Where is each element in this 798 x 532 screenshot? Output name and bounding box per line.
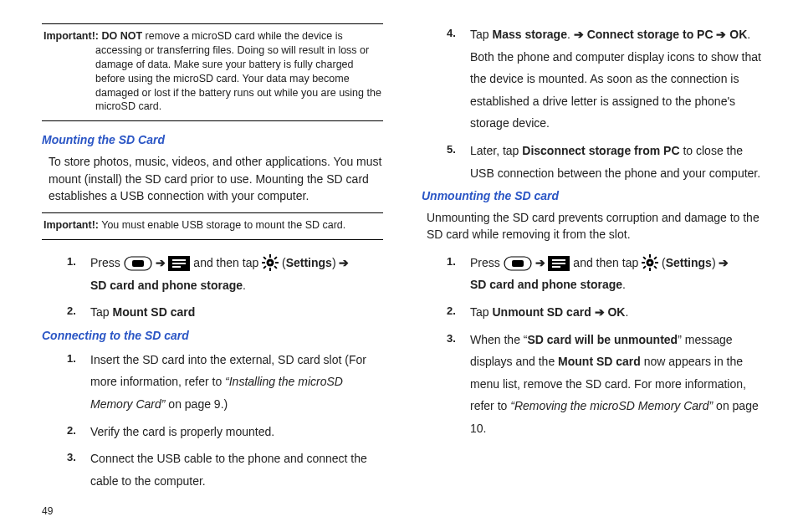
- step-text: .: [243, 279, 246, 292]
- step-item: Verify the card is properly mounted.: [67, 421, 383, 443]
- settings-icon: [642, 254, 658, 271]
- arrow-icon: ➔: [535, 256, 549, 269]
- step-text: When the “: [470, 333, 527, 346]
- step-bold: Disconnect storage from PC: [522, 144, 679, 157]
- step-text: (Settings): [282, 256, 339, 269]
- svg-rect-30: [642, 265, 646, 269]
- svg-rect-29: [653, 256, 657, 259]
- step-text: .: [567, 28, 574, 41]
- svg-rect-7: [269, 254, 271, 258]
- left-column: Important!: DO NOT remove a microSD card…: [42, 23, 383, 500]
- svg-rect-26: [655, 262, 658, 263]
- arrow-icon: ➔: [156, 256, 169, 269]
- svg-rect-19: [552, 259, 565, 261]
- svg-rect-5: [172, 266, 181, 268]
- step-text: Later, tap: [470, 144, 522, 157]
- step-bold: SD card will be unmounted: [527, 333, 678, 346]
- step-bold: OK: [729, 28, 747, 41]
- arrow-icon: ➔: [591, 305, 608, 319]
- steps-connecting: Insert the SD card into the external, SD…: [42, 349, 383, 493]
- menu-button-icon: [548, 256, 570, 271]
- right-column: Tap Mass storage. ➔ Connect storage to P…: [422, 23, 763, 500]
- svg-rect-8: [269, 268, 271, 271]
- step-text: (Settings): [662, 256, 719, 269]
- step-item: Later, tap Disconnect storage from PC to…: [447, 140, 763, 184]
- settings-label: Settings: [666, 256, 712, 269]
- page-number: 49: [42, 505, 763, 517]
- important-note-2: Important!: You must enable USB storage …: [42, 212, 383, 240]
- svg-rect-23: [649, 254, 651, 258]
- heading-unmounting: Unmounting the SD card: [422, 189, 763, 202]
- step-text: on page 9.): [165, 397, 228, 411]
- settings-label: Settings: [286, 256, 332, 269]
- svg-rect-1: [132, 260, 144, 267]
- svg-rect-25: [642, 262, 645, 263]
- note-text: remove a microSD card while the device i…: [95, 30, 381, 112]
- svg-point-15: [269, 261, 272, 263]
- svg-point-31: [649, 261, 652, 263]
- step-bold: SD card and phone storage: [90, 279, 243, 292]
- svg-rect-24: [649, 268, 651, 271]
- step-text: . Both the phone and computer display ic…: [470, 28, 761, 130]
- step-item: Tap Unmount SD card ➔ OK.: [447, 301, 763, 324]
- svg-rect-28: [653, 265, 657, 269]
- step-text: Tap: [470, 305, 492, 319]
- step-text: .: [622, 278, 626, 291]
- home-button-icon: [504, 256, 532, 271]
- step-bold: Unmount SD card: [492, 305, 591, 319]
- step-bold: OK: [607, 305, 625, 319]
- step-bold: SD card and phone storage: [470, 278, 622, 291]
- svg-rect-4: [172, 263, 186, 264]
- step-bold: Mount SD card: [558, 355, 641, 368]
- svg-rect-14: [263, 265, 266, 269]
- step-item: Press ➔ and then tap (Settings) ➔ SD car…: [67, 252, 383, 296]
- step-item: Tap Mount SD card: [67, 301, 383, 324]
- important-note-1: Important!: DO NOT remove a microSD card…: [42, 23, 383, 121]
- note-lead: Important!:: [43, 219, 99, 231]
- arrow-icon: ➔: [714, 28, 730, 41]
- svg-rect-11: [263, 256, 266, 259]
- note-text: You must enable USB storage to mount the…: [99, 219, 345, 231]
- steps-mounting: Press ➔ and then tap (Settings) ➔ SD car…: [42, 252, 383, 324]
- step-item: Connect the USB cable to the phone and c…: [67, 448, 383, 492]
- svg-rect-12: [274, 265, 277, 269]
- steps-unmounting: Press ➔ and then tap (Settings) ➔ SD car…: [422, 252, 763, 440]
- para-unmounting: Unmounting the SD card prevents corrupti…: [427, 209, 763, 243]
- svg-rect-27: [642, 256, 646, 259]
- step-text: Tap: [470, 28, 492, 41]
- note-bold: DO NOT: [101, 30, 142, 42]
- svg-rect-10: [275, 262, 279, 263]
- step-item: Tap Mass storage. ➔ Connect storage to P…: [447, 23, 763, 135]
- svg-rect-9: [262, 262, 265, 263]
- svg-rect-3: [172, 259, 186, 261]
- note-lead: Important!:: [43, 30, 99, 42]
- step-item: When the “SD card will be unmounted” mes…: [447, 329, 763, 440]
- step-bold: Mount SD card: [112, 305, 195, 319]
- step-text: .: [625, 305, 628, 319]
- para-mounting: To store photos, music, videos, and othe…: [49, 153, 383, 204]
- step-italic: “Removing the microSD Memory Card”: [510, 399, 713, 412]
- step-item: Press ➔ and then tap (Settings) ➔ SD car…: [447, 252, 763, 296]
- step-bold: Mass storage: [492, 28, 566, 41]
- svg-rect-21: [552, 266, 560, 268]
- arrow-icon: ➔: [719, 256, 729, 269]
- heading-connecting: Connecting to the SD card: [42, 329, 383, 342]
- svg-rect-20: [552, 263, 565, 264]
- step-text: Press: [470, 256, 504, 269]
- step-text: and then tap: [573, 256, 642, 269]
- svg-rect-13: [274, 256, 277, 259]
- menu-button-icon: [168, 256, 190, 271]
- home-button-icon: [124, 256, 152, 271]
- heading-mounting: Mounting the SD Card: [42, 133, 383, 146]
- arrow-icon: ➔: [574, 28, 587, 41]
- steps-connecting-cont: Tap Mass storage. ➔ Connect storage to P…: [422, 23, 763, 184]
- arrow-icon: ➔: [339, 256, 349, 269]
- settings-icon: [262, 254, 279, 271]
- step-text: and then tap: [193, 256, 262, 269]
- svg-rect-17: [512, 260, 524, 267]
- step-bold: Connect storage to PC: [587, 28, 714, 41]
- step-text: Tap: [90, 305, 112, 319]
- step-text: Press: [90, 256, 124, 269]
- step-item: Insert the SD card into the external, SD…: [67, 349, 383, 416]
